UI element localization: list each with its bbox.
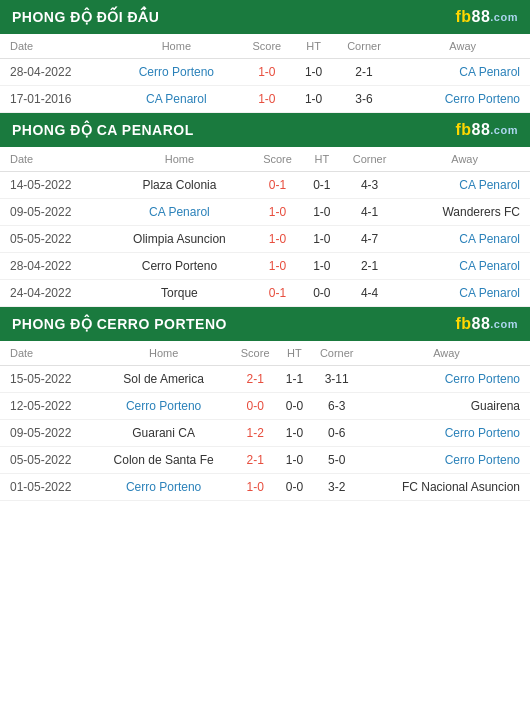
cell-score: 0-1 bbox=[251, 172, 303, 199]
cell-ht: 0-0 bbox=[278, 393, 310, 420]
cell-score: 1-2 bbox=[232, 420, 278, 447]
cell-home: Guarani CA bbox=[95, 420, 232, 447]
cell-corner: 2-1 bbox=[333, 59, 396, 86]
cell-score: 1-0 bbox=[232, 474, 278, 501]
cell-date: 09-05-2022 bbox=[0, 420, 95, 447]
cell-corner: 6-3 bbox=[310, 393, 363, 420]
table-row: 09-05-2022CA Penarol1-01-04-1Wanderers F… bbox=[0, 199, 530, 226]
cell-home: Cerro Porteno bbox=[114, 59, 240, 86]
cell-corner: 5-0 bbox=[310, 447, 363, 474]
cell-corner: 3-6 bbox=[333, 86, 396, 113]
cell-home: Plaza Colonia bbox=[108, 172, 252, 199]
logo-fb: fb bbox=[455, 8, 471, 26]
fb88-logo: fb88.com bbox=[455, 8, 518, 26]
col-header-home: Home bbox=[95, 341, 232, 366]
cell-home: Torque bbox=[108, 280, 252, 307]
cell-corner: 3-11 bbox=[310, 366, 363, 393]
cell-date: 05-05-2022 bbox=[0, 226, 108, 253]
cell-ht: 1-0 bbox=[294, 59, 332, 86]
cell-score: 0-0 bbox=[232, 393, 278, 420]
logo-88: 88 bbox=[472, 315, 491, 333]
cell-home: Cerro Porteno bbox=[95, 474, 232, 501]
cell-away: Cerro Porteno bbox=[363, 420, 530, 447]
cell-date: 28-04-2022 bbox=[0, 253, 108, 280]
cell-date: 12-05-2022 bbox=[0, 393, 95, 420]
logo-com: .com bbox=[490, 11, 518, 23]
cell-away: Guairena bbox=[363, 393, 530, 420]
cell-date: 05-05-2022 bbox=[0, 447, 95, 474]
table-row: 05-05-2022Colon de Santa Fe2-11-05-0Cerr… bbox=[0, 447, 530, 474]
cell-date: 14-05-2022 bbox=[0, 172, 108, 199]
logo-fb: fb bbox=[455, 121, 471, 139]
table-row: 17-01-2016CA Penarol1-01-03-6Cerro Porte… bbox=[0, 86, 530, 113]
col-header-ht: HT bbox=[294, 34, 332, 59]
cell-corner: 2-1 bbox=[340, 253, 399, 280]
col-header-score: Score bbox=[232, 341, 278, 366]
cell-score: 1-0 bbox=[251, 226, 303, 253]
cell-home: CA Penarol bbox=[114, 86, 240, 113]
cell-ht: 0-1 bbox=[304, 172, 340, 199]
logo-com: .com bbox=[490, 124, 518, 136]
section-header-ca-penarol: PHONG ĐỘ CA PENAROLfb88.com bbox=[0, 113, 530, 147]
fb88-logo: fb88.com bbox=[455, 121, 518, 139]
table-head-to-head: DateHomeScoreHTCornerAway28-04-2022Cerro… bbox=[0, 34, 530, 113]
table-row: 01-05-2022Cerro Porteno1-00-03-2FC Nacio… bbox=[0, 474, 530, 501]
col-header-corner: Corner bbox=[333, 34, 396, 59]
cell-score: 1-0 bbox=[251, 199, 303, 226]
cell-ht: 1-0 bbox=[294, 86, 332, 113]
cell-away: Cerro Porteno bbox=[363, 366, 530, 393]
col-header-corner: Corner bbox=[310, 341, 363, 366]
cell-corner: 4-4 bbox=[340, 280, 399, 307]
col-header-date: Date bbox=[0, 147, 108, 172]
cell-ht: 0-0 bbox=[304, 280, 340, 307]
cell-away: FC Nacional Asuncion bbox=[363, 474, 530, 501]
col-header-ht: HT bbox=[304, 147, 340, 172]
cell-score: 1-0 bbox=[251, 253, 303, 280]
cell-ht: 1-0 bbox=[278, 447, 310, 474]
section-title: PHONG ĐỘ CA PENAROL bbox=[12, 122, 194, 138]
col-header-date: Date bbox=[0, 34, 114, 59]
cell-date: 28-04-2022 bbox=[0, 59, 114, 86]
section-title: PHONG ĐỘ ĐỐI ĐẦU bbox=[12, 9, 159, 25]
table-row: 28-04-2022Cerro Porteno1-01-02-1CA Penar… bbox=[0, 59, 530, 86]
cell-score: 1-0 bbox=[239, 59, 294, 86]
cell-away: CA Penarol bbox=[399, 172, 530, 199]
cell-home: Colon de Santa Fe bbox=[95, 447, 232, 474]
table-row: 05-05-2022Olimpia Asuncion1-01-04-7CA Pe… bbox=[0, 226, 530, 253]
table-row: 14-05-2022Plaza Colonia0-10-14-3CA Penar… bbox=[0, 172, 530, 199]
cell-ht: 0-0 bbox=[278, 474, 310, 501]
logo-88: 88 bbox=[472, 8, 491, 26]
cell-score: 2-1 bbox=[232, 366, 278, 393]
section-title: PHONG ĐỘ CERRO PORTENO bbox=[12, 316, 227, 332]
fb88-logo: fb88.com bbox=[455, 315, 518, 333]
cell-score: 1-0 bbox=[239, 86, 294, 113]
logo-com: .com bbox=[490, 318, 518, 330]
cell-away: CA Penarol bbox=[399, 280, 530, 307]
col-header-date: Date bbox=[0, 341, 95, 366]
cell-score: 0-1 bbox=[251, 280, 303, 307]
section-header-head-to-head: PHONG ĐỘ ĐỐI ĐẦUfb88.com bbox=[0, 0, 530, 34]
cell-ht: 1-0 bbox=[304, 226, 340, 253]
cell-date: 24-04-2022 bbox=[0, 280, 108, 307]
table-ca-penarol: DateHomeScoreHTCornerAway14-05-2022Plaza… bbox=[0, 147, 530, 307]
cell-corner: 3-2 bbox=[310, 474, 363, 501]
col-header-score: Score bbox=[251, 147, 303, 172]
table-row: 24-04-2022Torque0-10-04-4CA Penarol bbox=[0, 280, 530, 307]
col-header-away: Away bbox=[363, 341, 530, 366]
col-header-away: Away bbox=[399, 147, 530, 172]
cell-date: 01-05-2022 bbox=[0, 474, 95, 501]
table-row: 28-04-2022Cerro Porteno1-01-02-1CA Penar… bbox=[0, 253, 530, 280]
cell-score: 2-1 bbox=[232, 447, 278, 474]
col-header-away: Away bbox=[395, 34, 530, 59]
cell-home: Olimpia Asuncion bbox=[108, 226, 252, 253]
col-header-home: Home bbox=[108, 147, 252, 172]
cell-home: Cerro Porteno bbox=[108, 253, 252, 280]
table-row: 09-05-2022Guarani CA1-21-00-6Cerro Porte… bbox=[0, 420, 530, 447]
cell-away: CA Penarol bbox=[399, 226, 530, 253]
cell-ht: 1-0 bbox=[304, 199, 340, 226]
cell-ht: 1-0 bbox=[278, 420, 310, 447]
cell-date: 09-05-2022 bbox=[0, 199, 108, 226]
app-container: PHONG ĐỘ ĐỐI ĐẦUfb88.comDateHomeScoreHTC… bbox=[0, 0, 530, 501]
cell-ht: 1-0 bbox=[304, 253, 340, 280]
cell-home: Sol de America bbox=[95, 366, 232, 393]
